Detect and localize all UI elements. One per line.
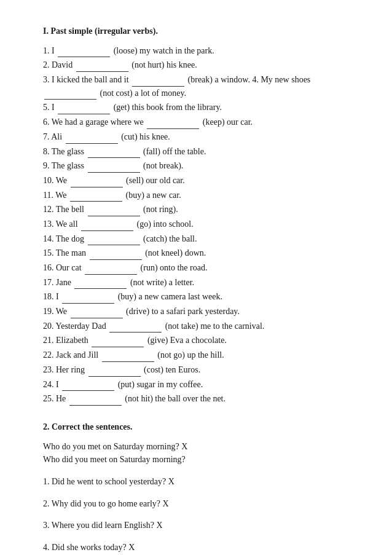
list-item: 23. Her ring (cost) ten Euros.: [43, 363, 355, 377]
blank: [109, 332, 162, 333]
list-item: 24. I (put) sugar in my coffee.: [43, 378, 355, 392]
blank: [102, 361, 154, 362]
list-item: 25. He (not hit) the ball over the net.: [43, 392, 355, 406]
list-item: 15. The man (not kneel) down.: [43, 246, 355, 260]
list-item: 1. I (loose) my watch in the park.: [43, 44, 355, 58]
list-item: 8. The glass (fall) off the table.: [43, 145, 355, 159]
correction-item: 1. Did he went to school yesterday? X: [43, 475, 355, 489]
blank: [74, 288, 127, 289]
list-item: 2. David (not hurt) his knee.: [43, 58, 355, 72]
correction-item: 2. Why did you to go home early? X: [43, 497, 355, 511]
blank: [66, 143, 118, 144]
blank: [90, 259, 142, 260]
section2-title: 2. Correct the sentences.: [43, 420, 355, 434]
list-item: 12. The bell (not ring).: [43, 203, 355, 216]
correct-sentence: Who did you meet on Saturday morning?: [43, 453, 355, 466]
list-item: 13. We all (go) into school.: [43, 218, 355, 231]
blank: [62, 303, 114, 304]
list-item: 22. Jack and Jill (not go) up the hill.: [43, 348, 355, 362]
list-item: 20. Yesterday Dad (not take) me to the c…: [43, 320, 355, 333]
blank: [147, 128, 199, 129]
wrong-sentence: 2. Why did you to go home early? X: [43, 497, 355, 511]
blank: [132, 86, 184, 87]
section1: I. Past simple (irregular verbs). 1. I (…: [43, 25, 355, 406]
blank: [81, 230, 133, 231]
wrong-sentence: Who do you met on Saturday morning? X: [43, 440, 355, 454]
list-item: 10. We (sell) our old car.: [43, 174, 355, 187]
blank: [71, 318, 123, 318]
blank: [58, 114, 110, 114]
blank: [88, 245, 140, 245]
wrong-sentence: 4. Did she works today? X: [43, 541, 355, 554]
list-item: 7. Ali (cut) his knee.: [43, 130, 355, 144]
list-item: 5. I (get) this book from the library.: [43, 101, 355, 114]
list-item: 19. We (drive) to a safari park yesterda…: [43, 305, 355, 318]
list-item: 9. The glass (not break).: [43, 159, 355, 173]
blank: [85, 274, 137, 275]
wrong-sentence: 3. Where you did learn English? X: [43, 519, 355, 532]
blank: [44, 99, 96, 100]
blank: [69, 405, 122, 406]
blank: [71, 187, 123, 187]
blank: [62, 390, 114, 391]
correction-item: 4. Did she works today? X: [43, 541, 355, 554]
blank: [92, 347, 144, 347]
list-item: 3. I kicked the ball and it (break) a wi…: [43, 73, 355, 100]
list-item: 18. I (buy) a new camera last week.: [43, 290, 355, 304]
list-item: 14. The dog (catch) the ball.: [43, 232, 355, 246]
correction-item: Who do you met on Saturday morning? X Wh…: [43, 440, 355, 466]
blank: [88, 172, 140, 173]
blank: [76, 71, 128, 72]
blank: [88, 157, 140, 158]
section2: 2. Correct the sentences. Who do you met…: [43, 420, 355, 555]
list-item: 11. We (buy) a new car.: [43, 189, 355, 202]
list-item: 6. We had a garage where we (keep) our c…: [43, 116, 355, 129]
exercise-list: 1. I (loose) my watch in the park. 2. Da…: [43, 44, 355, 406]
correction-item: 3. Where you did learn English? X: [43, 519, 355, 532]
list-item: 17. Jane (not write) a letter.: [43, 276, 355, 289]
blank: [58, 57, 110, 57]
blank: [88, 216, 140, 216]
section1-title: I. Past simple (irregular verbs).: [43, 25, 355, 38]
wrong-sentence: 1. Did he went to school yesterday? X: [43, 475, 355, 489]
list-item: 16. Our cat (run) onto the road.: [43, 261, 355, 275]
blank: [70, 201, 122, 202]
blank: [88, 376, 141, 377]
list-item: 21. Elizabeth (give) Eva a chocolate.: [43, 334, 355, 347]
